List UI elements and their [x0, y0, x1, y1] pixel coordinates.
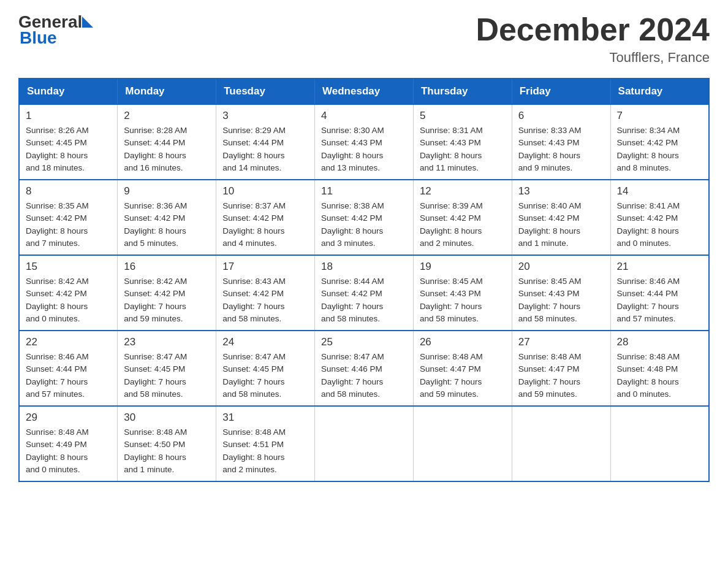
calendar-week-row: 1 Sunrise: 8:26 AM Sunset: 4:45 PM Dayli… [19, 104, 709, 180]
daylight-extra: and 58 minutes. [124, 389, 183, 399]
calendar-table: SundayMondayTuesdayWednesdayThursdayFrid… [18, 78, 710, 482]
sunset-label: Sunset: 4:51 PM [222, 440, 284, 449]
calendar-cell: 15 Sunrise: 8:42 AM Sunset: 4:42 PM Dayl… [19, 255, 118, 331]
sunset-label: Sunset: 4:43 PM [518, 138, 580, 147]
svg-marker-0 [82, 17, 93, 28]
day-number: 2 [124, 110, 210, 122]
day-info: Sunrise: 8:29 AM Sunset: 4:44 PM Dayligh… [222, 124, 308, 174]
calendar-cell: 16 Sunrise: 8:42 AM Sunset: 4:42 PM Dayl… [118, 255, 216, 331]
day-number: 15 [26, 261, 111, 273]
calendar-cell: 3 Sunrise: 8:29 AM Sunset: 4:44 PM Dayli… [216, 104, 315, 180]
calendar-cell: 29 Sunrise: 8:48 AM Sunset: 4:49 PM Dayl… [19, 406, 118, 481]
calendar-cell: 20 Sunrise: 8:45 AM Sunset: 4:43 PM Dayl… [512, 255, 610, 331]
calendar-cell [610, 406, 709, 481]
calendar-cell [315, 406, 414, 481]
day-info: Sunrise: 8:43 AM Sunset: 4:42 PM Dayligh… [222, 275, 308, 325]
sunrise-label: Sunrise: 8:45 AM [518, 277, 582, 286]
day-number: 9 [124, 185, 210, 197]
day-info: Sunrise: 8:45 AM Sunset: 4:43 PM Dayligh… [420, 275, 506, 325]
sunrise-label: Sunrise: 8:31 AM [420, 126, 483, 135]
daylight-label: Daylight: 8 hours [124, 453, 186, 462]
calendar-cell: 31 Sunrise: 8:48 AM Sunset: 4:51 PM Dayl… [216, 406, 315, 481]
calendar-cell: 12 Sunrise: 8:39 AM Sunset: 4:42 PM Dayl… [413, 180, 512, 255]
daylight-extra: and 58 minutes. [222, 314, 281, 323]
daylight-extra: and 4 minutes. [222, 239, 277, 248]
sunrise-label: Sunrise: 8:43 AM [222, 277, 286, 286]
calendar-cell: 24 Sunrise: 8:47 AM Sunset: 4:45 PM Dayl… [216, 331, 315, 406]
day-number: 6 [518, 110, 604, 122]
daylight-label: Daylight: 8 hours [617, 377, 679, 386]
day-info: Sunrise: 8:31 AM Sunset: 4:43 PM Dayligh… [420, 124, 506, 174]
calendar-cell: 5 Sunrise: 8:31 AM Sunset: 4:43 PM Dayli… [413, 104, 512, 180]
sunrise-label: Sunrise: 8:34 AM [617, 126, 680, 135]
sunset-label: Sunset: 4:42 PM [26, 213, 87, 223]
calendar-cell: 13 Sunrise: 8:40 AM Sunset: 4:42 PM Dayl… [512, 180, 610, 255]
day-info: Sunrise: 8:48 AM Sunset: 4:47 PM Dayligh… [420, 351, 506, 400]
day-number: 20 [518, 261, 604, 273]
daylight-extra: and 59 minutes. [420, 389, 479, 399]
daylight-extra: and 11 minutes. [420, 163, 479, 172]
sunrise-label: Sunrise: 8:47 AM [321, 352, 384, 361]
daylight-label: Daylight: 8 hours [518, 151, 580, 160]
calendar-week-row: 8 Sunrise: 8:35 AM Sunset: 4:42 PM Dayli… [19, 180, 709, 255]
day-number: 18 [321, 261, 407, 273]
calendar-cell: 23 Sunrise: 8:47 AM Sunset: 4:45 PM Dayl… [118, 331, 216, 406]
sunset-label: Sunset: 4:42 PM [420, 213, 481, 223]
day-number: 7 [617, 110, 702, 122]
daylight-label: Daylight: 8 hours [26, 302, 88, 311]
daylight-label: Daylight: 7 hours [321, 377, 383, 386]
sunrise-label: Sunrise: 8:35 AM [26, 201, 89, 210]
day-number: 25 [321, 336, 407, 348]
daylight-label: Daylight: 8 hours [222, 453, 284, 462]
daylight-extra: and 57 minutes. [617, 314, 676, 323]
sunset-label: Sunset: 4:44 PM [26, 364, 87, 373]
sunrise-label: Sunrise: 8:38 AM [321, 201, 384, 210]
calendar-day-header: Tuesday [216, 79, 315, 104]
sunrise-label: Sunrise: 8:30 AM [321, 126, 384, 135]
day-number: 16 [124, 261, 210, 273]
sunset-label: Sunset: 4:44 PM [124, 138, 185, 147]
calendar-day-header: Wednesday [315, 79, 414, 104]
sunrise-label: Sunrise: 8:45 AM [420, 277, 483, 286]
sunset-label: Sunset: 4:42 PM [518, 213, 580, 223]
sunset-label: Sunset: 4:42 PM [222, 213, 284, 223]
day-info: Sunrise: 8:40 AM Sunset: 4:42 PM Dayligh… [518, 200, 604, 250]
daylight-label: Daylight: 7 hours [321, 302, 383, 311]
daylight-extra: and 58 minutes. [518, 314, 577, 323]
daylight-extra: and 3 minutes. [321, 239, 376, 248]
sunrise-label: Sunrise: 8:48 AM [222, 427, 286, 437]
calendar-week-row: 15 Sunrise: 8:42 AM Sunset: 4:42 PM Dayl… [19, 255, 709, 331]
sunset-label: Sunset: 4:47 PM [420, 364, 481, 373]
daylight-extra: and 58 minutes. [321, 314, 380, 323]
sunrise-label: Sunrise: 8:46 AM [617, 277, 680, 286]
sunset-label: Sunset: 4:43 PM [321, 138, 382, 147]
logo: General Blue [18, 12, 93, 48]
sunrise-label: Sunrise: 8:48 AM [26, 427, 89, 437]
calendar-cell: 7 Sunrise: 8:34 AM Sunset: 4:42 PM Dayli… [610, 104, 709, 180]
calendar-cell [512, 406, 610, 481]
daylight-label: Daylight: 7 hours [518, 377, 580, 386]
daylight-label: Daylight: 8 hours [518, 226, 580, 236]
daylight-label: Daylight: 7 hours [26, 377, 88, 386]
calendar-day-header: Saturday [610, 79, 709, 104]
sunset-label: Sunset: 4:43 PM [420, 289, 481, 298]
sunrise-label: Sunrise: 8:48 AM [617, 352, 680, 361]
day-number: 28 [617, 336, 702, 348]
logo-blue-section [82, 17, 93, 28]
daylight-label: Daylight: 8 hours [124, 151, 186, 160]
day-info: Sunrise: 8:48 AM Sunset: 4:49 PM Dayligh… [26, 426, 111, 476]
sunrise-label: Sunrise: 8:40 AM [518, 201, 582, 210]
sunrise-label: Sunrise: 8:46 AM [26, 352, 89, 361]
day-info: Sunrise: 8:47 AM Sunset: 4:46 PM Dayligh… [321, 351, 407, 400]
day-info: Sunrise: 8:34 AM Sunset: 4:42 PM Dayligh… [617, 124, 702, 174]
sunrise-label: Sunrise: 8:36 AM [124, 201, 187, 210]
day-number: 11 [321, 185, 407, 197]
sunrise-label: Sunrise: 8:29 AM [222, 126, 286, 135]
daylight-label: Daylight: 7 hours [124, 302, 186, 311]
sunset-label: Sunset: 4:45 PM [26, 138, 87, 147]
day-number: 3 [222, 110, 308, 122]
sunset-label: Sunset: 4:42 PM [321, 289, 382, 298]
daylight-label: Daylight: 7 hours [124, 377, 186, 386]
daylight-label: Daylight: 7 hours [617, 302, 679, 311]
sunrise-label: Sunrise: 8:28 AM [124, 126, 187, 135]
